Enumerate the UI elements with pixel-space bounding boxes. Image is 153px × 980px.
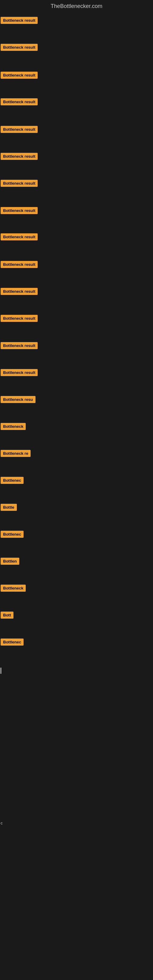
site-title: TheBottlenecker.com — [0, 0, 153, 14]
bottleneck-item-14: Bottleneck result — [1, 369, 38, 377]
bottleneck-label: Bottleneck result — [1, 72, 38, 79]
bottleneck-label: Bottleneck result — [1, 207, 38, 214]
cursor-indicator — [1, 668, 1, 674]
bottleneck-label: Bottleneck result — [1, 315, 38, 322]
bottleneck-label: Bottlenec — [1, 477, 24, 484]
bottleneck-item-11: Bottleneck result — [1, 288, 38, 296]
bottleneck-item-23: Bott — [1, 612, 13, 620]
small-char: c — [1, 821, 3, 825]
bottleneck-item-17: Bottleneck re — [1, 450, 30, 458]
bottleneck-label: Bottleneck — [1, 423, 26, 430]
bottleneck-label: Bottleneck result — [1, 126, 38, 133]
bottleneck-item-21: Bottlen — [1, 558, 19, 566]
bottleneck-label: Bottleneck result — [1, 342, 38, 349]
bottleneck-item-1: Bottleneck result — [1, 17, 38, 25]
bottleneck-item-10: Bottleneck result — [1, 261, 38, 269]
bottleneck-label: Bottleneck result — [1, 17, 38, 24]
bottleneck-item-19: Bottle — [1, 504, 17, 512]
bottleneck-label: Bottlenec — [1, 638, 24, 646]
bottleneck-item-16: Bottleneck — [1, 423, 26, 431]
bottleneck-item-24: Bottlenec — [1, 638, 24, 647]
bottleneck-label: Bottleneck result — [1, 288, 38, 295]
bottleneck-label: Bott — [1, 612, 13, 619]
bottleneck-label: Bottleneck resu — [1, 396, 35, 403]
bottleneck-item-6: Bottleneck result — [1, 153, 38, 161]
bottleneck-label: Bottleneck result — [1, 153, 38, 160]
bottleneck-item-5: Bottleneck result — [1, 126, 38, 134]
bottleneck-label: Bottleneck result — [1, 261, 38, 268]
bottleneck-label: Bottleneck result — [1, 98, 38, 105]
bottleneck-label: Bottlen — [1, 558, 19, 565]
bottleneck-item-7: Bottleneck result — [1, 180, 38, 188]
bottleneck-label: Bottleneck result — [1, 233, 38, 240]
bottleneck-item-8: Bottleneck result — [1, 207, 38, 215]
bottleneck-label: Bottle — [1, 504, 17, 511]
bottleneck-item-9: Bottleneck result — [1, 233, 38, 242]
bottleneck-label: Bottlenec — [1, 531, 24, 538]
bottleneck-item-18: Bottlenec — [1, 477, 24, 485]
bottleneck-item-2: Bottleneck result — [1, 44, 38, 52]
page-wrapper: TheBottlenecker.com c Bottleneck resultB… — [0, 0, 153, 980]
bottleneck-item-20: Bottlenec — [1, 531, 24, 539]
bottleneck-item-13: Bottleneck result — [1, 342, 38, 350]
bottleneck-label: Bottleneck result — [1, 180, 38, 187]
bottleneck-label: Bottleneck — [1, 585, 26, 592]
bottleneck-label: Bottleneck re — [1, 450, 30, 457]
bottleneck-item-3: Bottleneck result — [1, 72, 38, 80]
bottleneck-label: Bottleneck result — [1, 44, 38, 51]
bottleneck-item-12: Bottleneck result — [1, 315, 38, 323]
bottleneck-label: Bottleneck result — [1, 369, 38, 376]
bottleneck-item-4: Bottleneck result — [1, 98, 38, 107]
bottleneck-item-22: Bottleneck — [1, 585, 26, 593]
bottleneck-item-15: Bottleneck resu — [1, 396, 35, 404]
